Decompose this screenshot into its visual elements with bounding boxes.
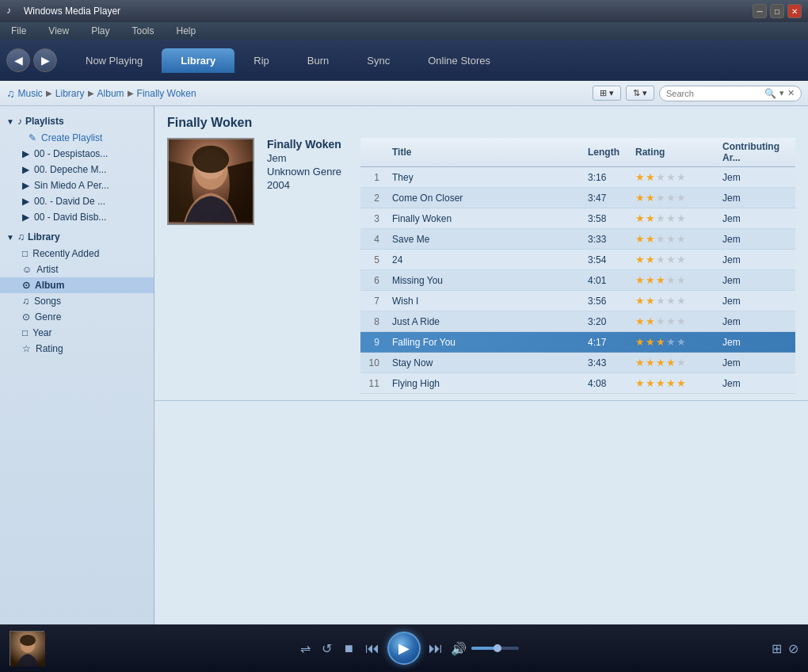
minimize-button[interactable]: ─ xyxy=(753,4,767,18)
repeat-button[interactable]: ↺ xyxy=(318,638,335,659)
sidebar-songs[interactable]: ♫ Songs xyxy=(0,293,154,309)
breadcrumb-current[interactable]: Finally Woken xyxy=(137,88,196,99)
cell-num: 9 xyxy=(360,332,386,353)
search-options-icon[interactable]: ▾ xyxy=(779,88,784,98)
volume-control: 🔊 xyxy=(451,641,519,656)
menu-file[interactable]: File xyxy=(6,24,31,38)
table-row[interactable]: 1 They 3:16 ★★★★★ Jem xyxy=(360,167,795,188)
sidebar-year[interactable]: □ Year xyxy=(0,325,154,341)
star-5: ★ xyxy=(677,274,686,286)
table-row[interactable]: 11 Flying High 4:08 ★★★★★ Jem xyxy=(360,373,795,394)
sort-button[interactable]: ⇅ ▾ xyxy=(626,86,654,101)
cell-length: 4:08 xyxy=(581,373,629,394)
forward-button[interactable]: ▶ xyxy=(33,48,57,72)
search-icon[interactable]: 🔍 xyxy=(764,88,776,99)
sidebar-playlist-4[interactable]: ▶ 00 - David Bisb... xyxy=(0,209,154,225)
breadcrumb-sep-2: ▶ xyxy=(88,89,94,97)
sidebar-playlist-1[interactable]: ▶ 00. Depeche M... xyxy=(0,162,154,178)
table-row[interactable]: 9 Falling For You 4:17 ★★★★★ Jem xyxy=(360,332,795,353)
settings-button[interactable]: ⊘ xyxy=(788,641,798,656)
star-5: ★ xyxy=(677,171,686,183)
tab-burn[interactable]: Burn xyxy=(288,48,348,73)
title-bar-controls: ─ □ ✕ xyxy=(753,4,802,18)
star-1: ★ xyxy=(635,295,645,307)
title-bar: ♪ Windows Media Player ─ □ ✕ xyxy=(0,0,808,22)
cell-length: 3:56 xyxy=(581,291,629,311)
breadcrumb-album[interactable]: Album xyxy=(97,88,124,99)
breadcrumb-library[interactable]: Library xyxy=(55,88,85,99)
star-5: ★ xyxy=(677,357,686,368)
menu-bar: File View Play Tools Help xyxy=(0,22,808,40)
sidebar-rating[interactable]: ☆ Rating xyxy=(0,341,154,357)
search-input[interactable] xyxy=(666,89,761,98)
cell-num: 1 xyxy=(360,167,386,188)
cell-rating: ★★★★★ xyxy=(629,270,716,291)
tab-now-playing[interactable]: Now Playing xyxy=(67,48,162,73)
sidebar-album[interactable]: ⊙ Album xyxy=(0,277,154,293)
cell-title: 24 xyxy=(386,250,581,270)
svg-point-6 xyxy=(20,635,36,646)
volume-slider[interactable] xyxy=(471,647,519,650)
playlists-icon: ♪ xyxy=(17,116,22,127)
menu-tools[interactable]: Tools xyxy=(127,24,158,38)
fullscreen-button[interactable]: ⊞ xyxy=(772,641,782,656)
shuffle-button[interactable]: ⇌ xyxy=(297,638,314,659)
table-header-row: Title Length Rating Contributing Ar... xyxy=(360,138,795,167)
playlists-header[interactable]: ▼ ♪ Playlists xyxy=(0,113,154,130)
songs-icon: ♫ xyxy=(22,296,29,307)
player-bar: ⇌ ↺ ⏹ ⏮ ▶ ⏭ 🔊 ⊞ ⊘ xyxy=(0,624,808,672)
stop-button[interactable]: ⏹ xyxy=(340,639,357,658)
cell-rating: ★★★★★ xyxy=(629,167,716,188)
tab-rip[interactable]: Rip xyxy=(234,48,288,73)
table-row[interactable]: 7 Wish I 3:56 ★★★★★ Jem xyxy=(360,291,795,311)
create-playlist-item[interactable]: ✎ Create Playlist xyxy=(0,130,154,146)
sidebar-recently-added[interactable]: □ Recently Added xyxy=(0,246,154,262)
back-button[interactable]: ◀ xyxy=(6,48,30,72)
maximize-button[interactable]: □ xyxy=(770,4,784,18)
table-row[interactable]: 3 Finally Woken 3:58 ★★★★★ Jem xyxy=(360,208,795,229)
album-meta-year: 2004 xyxy=(267,179,341,191)
clear-search-icon[interactable]: ✕ xyxy=(787,88,795,98)
sidebar-playlist-0[interactable]: ▶ 00 - Despistaos... xyxy=(0,146,154,162)
sidebar-artist[interactable]: ☺ Artist xyxy=(0,262,154,277)
star-5: ★ xyxy=(677,295,686,307)
table-row[interactable]: 8 Just A Ride 3:20 ★★★★★ Jem xyxy=(360,311,795,332)
playlists-arrow: ▼ xyxy=(6,117,14,126)
breadcrumb-music[interactable]: Music xyxy=(18,88,43,99)
prev-button[interactable]: ⏮ xyxy=(362,637,383,660)
cell-num: 2 xyxy=(360,188,386,208)
cell-title: Come On Closer xyxy=(386,188,581,208)
cell-rating: ★★★★★ xyxy=(629,332,716,353)
search-box: 🔍 ▾ ✕ xyxy=(659,86,802,101)
sidebar-genre[interactable]: ⊙ Genre xyxy=(0,309,154,325)
sidebar-playlist-2[interactable]: ▶ Sin Miedo A Per... xyxy=(0,178,154,193)
menu-help[interactable]: Help xyxy=(172,24,201,38)
library-section: ▼ ♫ Library □ Recently Added ☺ Artist ⊙ … xyxy=(0,228,154,357)
player-controls: ⇌ ↺ ⏹ ⏮ ▶ ⏭ 🔊 xyxy=(54,632,762,665)
table-row[interactable]: 10 Stay Now 3:43 ★★★★★ Jem xyxy=(360,353,795,373)
table-row[interactable]: 6 Missing You 4:01 ★★★★★ Jem xyxy=(360,270,795,291)
close-button[interactable]: ✕ xyxy=(787,4,802,18)
library-header[interactable]: ▼ ♫ Library xyxy=(0,228,154,246)
tab-library[interactable]: Library xyxy=(162,48,234,73)
tab-online-stores[interactable]: Online Stores xyxy=(409,48,509,73)
table-row[interactable]: 5 24 3:54 ★★★★★ Jem xyxy=(360,250,795,270)
menu-play[interactable]: Play xyxy=(86,24,114,38)
star-2: ★ xyxy=(646,254,655,265)
play-button[interactable]: ▶ xyxy=(387,632,421,665)
next-button[interactable]: ⏭ xyxy=(425,637,446,660)
table-head: Title Length Rating Contributing Ar... xyxy=(360,138,795,167)
album-art-inner xyxy=(169,139,253,223)
menu-view[interactable]: View xyxy=(44,24,74,38)
title-bar-text: Windows Media Player xyxy=(24,6,753,17)
table-row[interactable]: 4 Save Me 3:33 ★★★★★ Jem xyxy=(360,229,795,250)
table-row[interactable]: 2 Come On Closer 3:47 ★★★★★ Jem xyxy=(360,188,795,208)
view-options-button[interactable]: ⊞ ▾ xyxy=(593,86,621,101)
sidebar-playlist-3[interactable]: ▶ 00. - David De ... xyxy=(0,193,154,209)
star-5: ★ xyxy=(677,192,686,204)
star-3: ★ xyxy=(656,254,665,265)
tab-sync[interactable]: Sync xyxy=(348,48,409,73)
track-table: Title Length Rating Contributing Ar... 1… xyxy=(360,138,795,394)
rating-icon: ☆ xyxy=(22,343,31,354)
nav-tabs: Now Playing Library Rip Burn Sync Online… xyxy=(67,48,802,73)
